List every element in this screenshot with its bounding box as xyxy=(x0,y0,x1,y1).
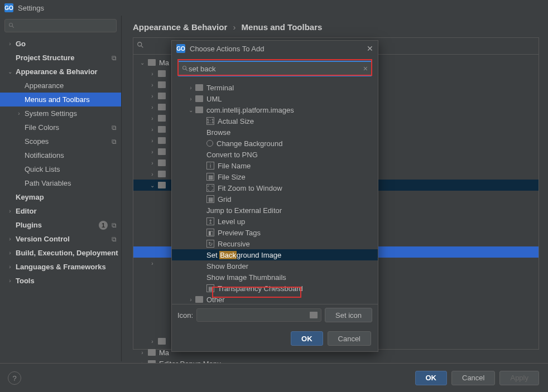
action-label: com.intellij.platform.images xyxy=(206,106,294,114)
dialog-cancel-button[interactable]: Cancel xyxy=(328,331,371,346)
sidebar-item-label: Tools xyxy=(16,277,35,285)
apply-button[interactable]: Apply xyxy=(499,371,539,385)
action-item-show-border[interactable]: Show Border xyxy=(172,260,378,272)
action-item-transparency-chessboard[interactable]: ▦Transparency Chessboard xyxy=(172,283,378,294)
sidebar-item-notifications[interactable]: Notifications xyxy=(0,148,121,162)
sidebar-item-version-control[interactable]: ›Version Control⧉ xyxy=(0,232,121,246)
chevron-icon: › xyxy=(7,208,13,214)
menus-search[interactable] xyxy=(137,41,152,51)
action-icon: ⛶ xyxy=(206,184,214,192)
action-item-change-background[interactable]: Change Background xyxy=(172,138,378,149)
sidebar-item-scopes[interactable]: Scopes⧉ xyxy=(0,134,121,148)
chevron-icon: ⌄ xyxy=(139,60,146,66)
action-item-com-intellij-platform-images[interactable]: ⌄com.intellij.platform.images xyxy=(172,104,378,115)
project-badge-icon: ⧉ xyxy=(112,221,117,229)
chevron-icon: › xyxy=(149,104,156,110)
sidebar-item-label: Project Structure xyxy=(16,54,74,62)
action-item-convert-to-png[interactable]: Convert to PNG xyxy=(172,149,378,160)
dialog-search[interactable]: × xyxy=(177,61,372,76)
sidebar-item-label: Notifications xyxy=(25,151,64,159)
action-item-terminal[interactable]: ›Terminal xyxy=(172,82,378,93)
sidebar-item-appearance-behavior[interactable]: ⌄Appearance & Behavior xyxy=(0,65,121,79)
chevron-icon: ⌄ xyxy=(188,107,194,113)
action-icon: ▦ xyxy=(206,284,214,292)
sidebar-item-label: Plugins xyxy=(16,221,42,229)
tree-item-label: Ma xyxy=(159,59,169,67)
chevron-icon: ⌄ xyxy=(7,69,13,75)
sidebar-item-file-colors[interactable]: File Colors⧉ xyxy=(0,120,121,134)
folder-icon xyxy=(158,148,166,155)
sidebar-item-label: File Colors xyxy=(25,123,59,132)
chevron-icon: › xyxy=(149,149,156,155)
action-icon: ▦ xyxy=(206,195,214,203)
sidebar-item-tools[interactable]: ›Tools xyxy=(0,274,121,288)
sidebar-item-path-variables[interactable]: Path Variables xyxy=(0,176,121,190)
chevron-icon: › xyxy=(149,115,156,122)
close-icon[interactable]: ✕ xyxy=(367,44,373,53)
chevron-icon: › xyxy=(149,260,156,267)
chevron-icon: › xyxy=(149,138,156,144)
action-item-browse[interactable]: Browse xyxy=(172,127,378,138)
folder-icon xyxy=(158,70,166,77)
svg-line-5 xyxy=(186,69,188,71)
icon-path-input[interactable] xyxy=(196,308,321,322)
sidebar-item-plugins[interactable]: Plugins1⧉ xyxy=(0,218,121,232)
sidebar-search-input[interactable] xyxy=(17,22,113,30)
action-item-preview-tags[interactable]: ◧Preview Tags xyxy=(172,227,378,238)
action-item-file-name[interactable]: iFile Name xyxy=(172,160,378,171)
sidebar-item-languages-frameworks[interactable]: ›Languages & Frameworks xyxy=(0,260,121,274)
action-item-recursive[interactable]: ↻Recursive xyxy=(172,238,378,249)
sidebar-search[interactable] xyxy=(4,19,117,32)
dialog-ok-button[interactable]: OK xyxy=(291,331,323,346)
dialog-button-row: OK Cancel xyxy=(172,326,378,352)
action-item-show-image-thumbnails[interactable]: Show Image Thumbnails xyxy=(172,272,378,283)
sidebar-item-menus-and-toolbars[interactable]: Menus and Toolbars xyxy=(0,93,121,107)
sidebar-item-go[interactable]: ›Go xyxy=(0,37,121,51)
help-button[interactable]: ? xyxy=(8,371,21,385)
dialog-search-input[interactable] xyxy=(189,65,363,73)
chevron-icon: › xyxy=(7,278,13,284)
sidebar-item-appearance[interactable]: Appearance xyxy=(0,79,121,93)
sidebar-item-label: Appearance & Behavior xyxy=(16,67,98,76)
cancel-button[interactable]: Cancel xyxy=(451,371,495,385)
action-label: Recursive xyxy=(218,240,250,248)
action-item-actual-size[interactable]: 1:1Actual Size xyxy=(172,115,378,127)
sidebar-item-label: Scopes xyxy=(25,137,49,146)
svg-line-3 xyxy=(141,46,143,48)
action-item-other[interactable]: ›Other xyxy=(172,294,378,304)
ok-button[interactable]: OK xyxy=(415,371,448,385)
chevron-icon: › xyxy=(7,264,13,270)
sidebar-item-label: Build, Execution, Deployment xyxy=(16,249,118,257)
action-label: Browse xyxy=(206,128,230,137)
sidebar-item-quick-lists[interactable]: Quick Lists xyxy=(0,162,121,176)
action-item-file-size[interactable]: ▦File Size xyxy=(172,171,378,182)
folder-icon[interactable] xyxy=(310,312,318,318)
sidebar-item-editor[interactable]: ›Editor xyxy=(0,204,121,218)
folder-icon xyxy=(195,107,203,113)
sidebar-item-system-settings[interactable]: ›System Settings xyxy=(0,107,121,120)
action-item-jump-to-external-editor[interactable]: Jump to External Editor xyxy=(172,205,378,216)
svg-point-4 xyxy=(183,66,186,70)
action-label: Grid xyxy=(218,195,232,204)
count-badge: 1 xyxy=(99,221,108,230)
action-label: Show Image Thumbnails xyxy=(206,273,286,282)
sidebar-item-keymap[interactable]: Keymap xyxy=(0,190,121,204)
action-label: Terminal xyxy=(206,84,234,92)
clear-search-icon[interactable]: × xyxy=(363,64,368,73)
set-icon-button[interactable]: Set icon xyxy=(325,308,372,322)
action-item-set-background-image[interactable]: Set Background Image xyxy=(172,249,378,260)
sidebar-item-label: System Settings xyxy=(25,109,77,118)
folder-icon xyxy=(158,104,166,110)
chevron-icon: › xyxy=(7,250,13,256)
svg-line-1 xyxy=(12,26,14,28)
sidebar-item-build-execution-deployment[interactable]: ›Build, Execution, Deployment xyxy=(0,246,121,260)
action-item-fit-zoom-to-window[interactable]: ⛶Fit Zoom to Window xyxy=(172,182,378,193)
svg-point-2 xyxy=(138,42,142,46)
sidebar-item-project-structure[interactable]: Project Structure⧉ xyxy=(0,51,121,65)
project-badge-icon: ⧉ xyxy=(112,138,117,146)
project-badge-icon: ⧉ xyxy=(112,235,117,243)
action-item-uml[interactable]: ›UML xyxy=(172,93,378,104)
app-icon: GO xyxy=(4,3,13,12)
action-item-grid[interactable]: ▦Grid xyxy=(172,193,378,205)
action-item-level-up[interactable]: ↥Level up xyxy=(172,216,378,227)
